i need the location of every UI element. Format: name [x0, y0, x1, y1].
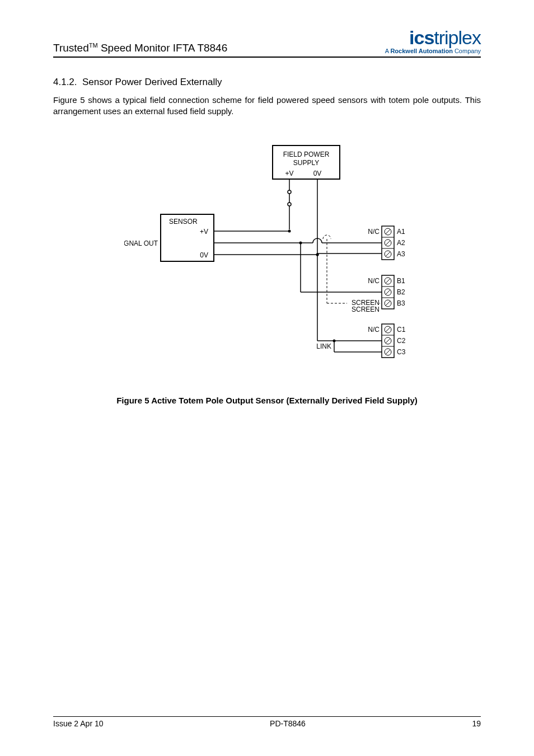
- svg-point-23: [333, 339, 336, 342]
- label-link: LINK: [316, 342, 331, 350]
- label-a1-right: A1: [397, 228, 405, 236]
- section-title: Sensor Power Derived Externally: [82, 77, 222, 87]
- footer-right: 19: [472, 719, 481, 728]
- sensor-title: SENSOR: [169, 218, 198, 226]
- figure: FIELD POWER SUPPLY +V 0V SENSOR +V SIGNA…: [53, 143, 481, 383]
- logo: icstriplex A Rockwell Automation Company: [385, 28, 481, 54]
- sensor-signal: SIGNAL OUT: [124, 240, 158, 247]
- title-tm: TM: [89, 42, 98, 49]
- label-c1-right: C1: [397, 326, 406, 334]
- logo-sub: A Rockwell Automation Company: [385, 48, 481, 54]
- logo-bold: ics: [409, 27, 434, 48]
- footer-center: PD-T8846: [270, 719, 306, 728]
- logo-sub-pre: A: [385, 48, 391, 54]
- page-header: TrustedTM Speed Monitor IFTA T8846 icstr…: [53, 28, 481, 58]
- fps-line1: FIELD POWER: [283, 151, 330, 158]
- svg-point-2: [288, 190, 291, 194]
- svg-text:SCREEN: SCREEN: [352, 299, 380, 307]
- section-body: Figure 5 shows a typical field connectio…: [53, 95, 481, 118]
- label-a1-left: N/C: [368, 228, 380, 236]
- svg-point-4: [288, 203, 291, 206]
- label-b1-right: B1: [397, 277, 405, 285]
- label-screen: SCREEN: [352, 306, 380, 313]
- title-pre: Trusted: [53, 42, 89, 54]
- logo-sub-bold: Rockwell Automation: [390, 48, 452, 54]
- wiring-diagram-svg: FIELD POWER SUPPLY +V 0V SENSOR +V SIGNA…: [124, 143, 410, 383]
- section-heading: 4.1.2. Sensor Power Derived Externally: [53, 77, 481, 88]
- sensor-plusv: +V: [200, 228, 208, 236]
- fps-zerov: 0V: [313, 170, 322, 177]
- logo-sub-post: Company: [453, 48, 481, 54]
- fps-plusv: +V: [285, 170, 293, 177]
- fps-line2: SUPPLY: [293, 159, 319, 167]
- logo-main: icstriplex: [385, 28, 481, 47]
- label-a3-right: A3: [397, 250, 405, 258]
- label-b1-left: N/C: [368, 277, 380, 285]
- svg-point-9: [288, 229, 291, 232]
- label-b3-right: B3: [397, 299, 405, 307]
- logo-light: triplex: [434, 27, 481, 48]
- sensor-zerov: 0V: [200, 251, 208, 259]
- figure-caption: Figure 5 Active Totem Pole Output Sensor…: [53, 396, 481, 405]
- footer-left: Issue 2 Apr 10: [53, 719, 104, 728]
- section-number: 4.1.2.: [53, 77, 77, 87]
- label-c1-left: N/C: [368, 326, 380, 334]
- label-c2-right: C2: [397, 337, 406, 345]
- page-footer: Issue 2 Apr 10 PD-T8846 19: [53, 716, 481, 728]
- label-c3-right: C3: [397, 348, 406, 356]
- header-title: TrustedTM Speed Monitor IFTA T8846: [53, 42, 227, 54]
- label-a2-right: A2: [397, 239, 405, 247]
- label-b2-right: B2: [397, 288, 405, 296]
- title-post: Speed Monitor IFTA T8846: [98, 42, 228, 54]
